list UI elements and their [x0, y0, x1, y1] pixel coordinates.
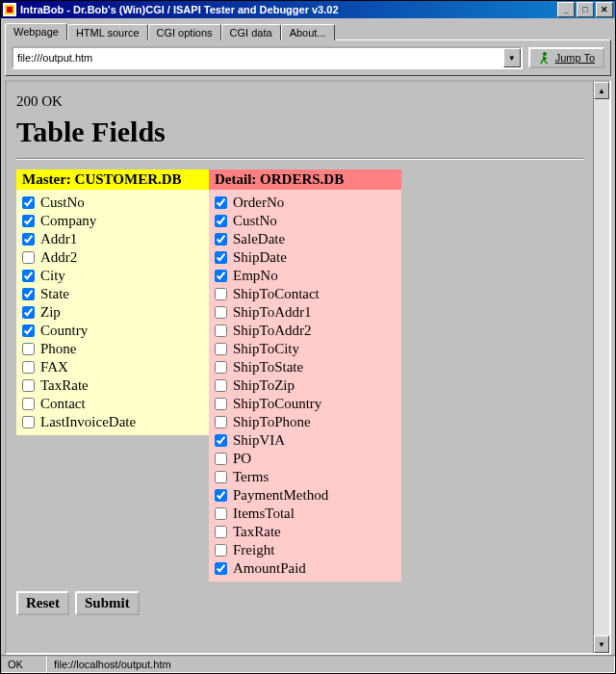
- field-checkbox[interactable]: [215, 416, 227, 428]
- field-checkbox[interactable]: [215, 233, 227, 246]
- field-row: ShipToState: [215, 358, 396, 376]
- field-label: ShipVIA: [233, 432, 285, 449]
- field-label: City: [40, 268, 65, 284]
- tab-cgi-data[interactable]: CGI data: [221, 24, 281, 40]
- address-combo[interactable]: ▼: [12, 46, 523, 69]
- field-checkbox[interactable]: [215, 288, 227, 300]
- detail-column: Detail: ORDERS.DB OrderNoCustNoSaleDateS…: [209, 169, 401, 582]
- app-icon: [3, 3, 16, 16]
- field-checkbox[interactable]: [215, 434, 227, 447]
- reset-button[interactable]: Reset: [16, 591, 69, 615]
- field-checkbox[interactable]: [22, 270, 35, 282]
- jump-to-label: Jump To: [555, 52, 595, 64]
- field-row: Addr1: [22, 230, 203, 248]
- field-label: ShipToAddr1: [233, 304, 311, 321]
- field-checkbox[interactable]: [22, 251, 35, 264]
- scroll-down-button[interactable]: ▼: [594, 635, 609, 653]
- field-label: Freight: [233, 542, 274, 558]
- field-checkbox[interactable]: [22, 215, 35, 227]
- field-row: Addr2: [22, 248, 203, 267]
- field-checkbox[interactable]: [215, 270, 227, 282]
- field-checkbox[interactable]: [215, 398, 227, 410]
- tab-html-source[interactable]: HTML source: [67, 24, 148, 40]
- master-column: Master: CUSTOMER.DB CustNoCompanyAddr1Ad…: [16, 169, 209, 582]
- status-right: file://localhost/output.htm: [47, 656, 615, 673]
- field-row: SaleDate: [215, 230, 396, 248]
- field-checkbox[interactable]: [215, 196, 227, 209]
- address-input[interactable]: [13, 48, 503, 67]
- field-label: TaxRate: [233, 524, 281, 540]
- field-label: TaxRate: [40, 377, 89, 394]
- field-checkbox[interactable]: [215, 489, 227, 502]
- field-checkbox[interactable]: [215, 324, 227, 337]
- address-dropdown-button[interactable]: ▼: [503, 48, 521, 67]
- field-label: CustNo: [40, 194, 85, 211]
- field-label: Addr2: [40, 249, 77, 266]
- field-label: Contact: [40, 396, 86, 412]
- form-buttons: Reset Submit: [16, 591, 583, 615]
- field-checkbox[interactable]: [22, 196, 35, 209]
- tab-about[interactable]: About...: [281, 24, 335, 40]
- field-label: LastInvoiceDate: [40, 414, 136, 430]
- field-label: ShipToCity: [233, 341, 299, 357]
- maximize-button[interactable]: □: [577, 2, 594, 17]
- field-row: LastInvoiceDate: [22, 413, 203, 431]
- field-checkbox[interactable]: [215, 526, 227, 538]
- tab-webpage[interactable]: Webpage: [5, 23, 67, 40]
- field-checkbox[interactable]: [215, 361, 227, 374]
- field-checkbox[interactable]: [215, 507, 227, 520]
- field-checkbox[interactable]: [22, 398, 35, 410]
- field-row: FAX: [22, 358, 203, 376]
- field-row: State: [22, 285, 203, 303]
- field-checkbox[interactable]: [215, 251, 227, 264]
- field-checkbox[interactable]: [215, 562, 227, 575]
- field-row: EmpNo: [215, 267, 396, 285]
- field-checkbox[interactable]: [22, 306, 35, 319]
- status-bar: OK file://localhost/output.htm: [1, 655, 615, 673]
- field-label: PaymentMethod: [233, 487, 328, 504]
- field-checkbox[interactable]: [22, 233, 35, 246]
- field-checkbox[interactable]: [215, 215, 227, 227]
- field-checkbox[interactable]: [22, 379, 35, 392]
- field-row: ShipToContact: [215, 285, 396, 303]
- field-row: Terms: [215, 468, 396, 486]
- webpage-viewport: 200 OK Table Fields Master: CUSTOMER.DB …: [7, 82, 593, 653]
- field-checkbox[interactable]: [215, 544, 227, 557]
- field-checkbox[interactable]: [215, 471, 227, 483]
- field-row: OrderNo: [215, 194, 396, 212]
- content-frame: 200 OK Table Fields Master: CUSTOMER.DB …: [5, 80, 611, 655]
- field-checkbox[interactable]: [215, 343, 227, 355]
- field-row: ShipToCity: [215, 340, 396, 358]
- field-label: Terms: [233, 469, 269, 485]
- scroll-up-button[interactable]: ▲: [594, 82, 609, 99]
- jump-to-button[interactable]: Jump To: [528, 47, 604, 68]
- field-label: ShipToAddr2: [233, 323, 311, 339]
- field-row: ShipToPhone: [215, 413, 396, 431]
- field-label: ShipDate: [233, 249, 287, 266]
- field-row: CustNo: [215, 212, 396, 230]
- field-checkbox[interactable]: [22, 288, 35, 300]
- field-row: ShipToAddr2: [215, 322, 396, 340]
- tab-cgi-options[interactable]: CGI options: [148, 24, 221, 40]
- window-title: IntraBob - Dr.Bob's (Win)CGI / ISAPI Tes…: [20, 4, 555, 15]
- close-button[interactable]: ✕: [596, 2, 613, 17]
- field-label: ShipToContact: [233, 286, 320, 302]
- field-checkbox[interactable]: [215, 379, 227, 392]
- field-row: PO: [215, 450, 396, 468]
- field-checkbox[interactable]: [22, 361, 35, 374]
- scroll-track[interactable]: [594, 99, 609, 635]
- minimize-button[interactable]: _: [557, 2, 575, 17]
- svg-point-3: [543, 52, 547, 56]
- master-file: CUSTOMER.DB: [75, 171, 182, 187]
- submit-button[interactable]: Submit: [75, 591, 140, 615]
- field-checkbox[interactable]: [215, 453, 227, 465]
- field-checkbox[interactable]: [22, 343, 35, 355]
- field-checkbox[interactable]: [215, 306, 227, 319]
- vertical-scrollbar[interactable]: ▲ ▼: [593, 82, 609, 653]
- field-label: AmountPaid: [233, 560, 306, 577]
- field-checkbox[interactable]: [22, 324, 35, 337]
- field-row: Company: [22, 212, 203, 230]
- field-label: SaleDate: [233, 231, 285, 247]
- field-label: ShipToState: [233, 359, 303, 376]
- field-checkbox[interactable]: [22, 416, 35, 428]
